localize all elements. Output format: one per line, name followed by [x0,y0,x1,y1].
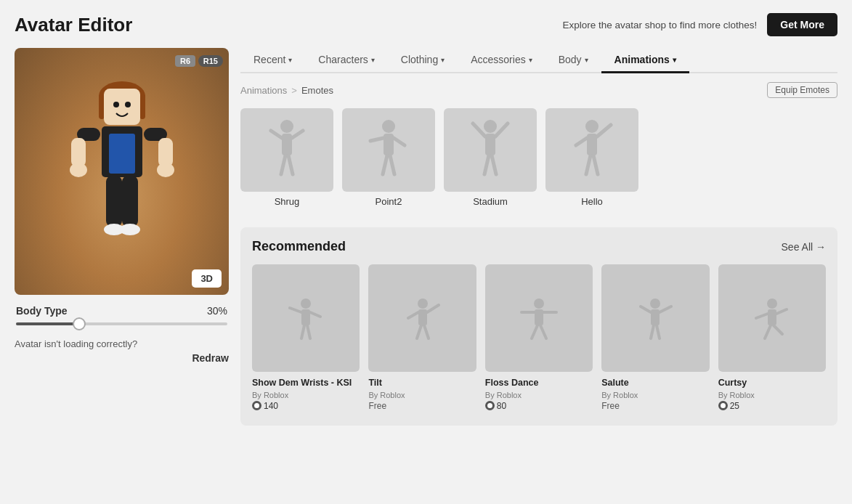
recommended-title: Recommended [252,239,346,254]
robux-icon [252,401,261,410]
emote-name: Shrug [275,196,300,207]
avatar-loading-text: Avatar isn't loading correctly? [15,338,229,349]
tab-accessories[interactable]: Accessories ▾ [458,48,545,73]
emote-item[interactable]: Point2 [342,108,435,207]
emote-thumbnail [545,108,638,192]
svg-line-45 [310,312,320,317]
svg-line-27 [394,138,405,145]
svg-line-46 [301,325,304,338]
svg-rect-25 [384,134,394,155]
badge-r15[interactable]: R15 [198,55,223,67]
rec-thumbnail [601,264,709,372]
rec-thumbnail [368,264,476,372]
rec-item-name: Tilt [368,377,476,389]
avatar-preview: R6 R15 [15,48,229,295]
rec-item[interactable]: Floss Dance By Roblox 80 [485,264,593,411]
svg-point-18 [280,120,293,133]
svg-rect-67 [768,309,776,325]
emote-name: Stadium [473,196,508,207]
svg-line-41 [593,155,598,174]
svg-line-32 [473,123,485,137]
avatar-figure [57,68,187,267]
tab-recent[interactable]: Recent ▾ [240,48,305,73]
tab-characters[interactable]: Characters ▾ [305,48,387,73]
svg-line-35 [492,155,496,174]
rec-thumbnail [718,264,826,372]
right-panel: Recent ▾ Characters ▾ Clothing ▾ Accesso… [240,48,837,426]
header-right: Explore the avatar shop to find more clo… [562,13,837,36]
rec-item-name: Salute [601,377,709,389]
slider-thumb[interactable] [73,317,86,330]
svg-point-48 [418,298,428,309]
svg-rect-14 [106,176,122,227]
svg-point-13 [157,163,174,177]
svg-line-40 [586,155,591,174]
breadcrumb-parent: Animations [240,85,287,96]
emote-item[interactable]: Stadium [444,108,537,207]
chevron-down-icon: ▾ [371,56,375,64]
item-price: 80 [485,401,593,411]
svg-point-60 [650,298,660,309]
rec-item-name: Curtsy [718,377,826,389]
slider-fill [16,322,79,325]
header-promo: Explore the avatar shop to find more clo… [562,20,757,31]
recommended-section: Recommended See All → Show Dem Wrists - … [240,227,837,426]
svg-line-29 [390,155,394,174]
emote-grid: Shrug Point2 Stadium Hello [240,108,837,207]
get-more-button[interactable]: Get More [767,13,837,36]
svg-point-12 [70,163,87,177]
svg-line-26 [370,138,384,141]
svg-line-53 [424,325,429,338]
equip-emotes-button[interactable]: Equip Emotes [767,82,837,98]
body-type-section: Body Type 30% [15,305,229,325]
rec-item-creator: By Roblox [252,391,360,399]
badge-r6[interactable]: R6 [175,55,195,67]
svg-line-52 [417,325,421,338]
item-price: Free [601,401,709,411]
redraw-button[interactable]: Redraw [15,352,229,364]
svg-line-21 [292,131,303,138]
item-price: Free [368,401,476,411]
svg-line-47 [307,325,310,338]
svg-rect-19 [282,134,292,155]
chevron-down-icon: ▾ [529,56,532,64]
item-price: 25 [718,401,826,411]
rec-item[interactable]: Show Dem Wrists - KSI By Roblox 140 [252,264,360,411]
view-3d-button[interactable]: 3D [192,269,222,288]
svg-point-66 [767,298,777,309]
rec-item[interactable]: Curtsy By Roblox 25 [718,264,826,411]
svg-point-30 [484,120,497,133]
svg-point-42 [301,298,311,309]
emote-thumbnail [342,108,435,192]
svg-line-70 [765,325,771,338]
svg-line-64 [651,325,654,338]
svg-line-65 [657,325,660,338]
see-all-link[interactable]: See All → [782,241,826,253]
body-type-slider[interactable] [16,322,227,325]
redraw-section: Avatar isn't loading correctly? Redraw [15,338,229,364]
svg-point-24 [382,120,395,133]
svg-rect-1 [99,94,105,119]
header: Avatar Editor Explore the avatar shop to… [15,13,837,36]
svg-line-34 [484,155,489,174]
rec-item-creator: By Roblox [368,391,476,399]
svg-rect-3 [104,89,140,125]
tab-body[interactable]: Body ▾ [545,48,601,73]
app-title: Avatar Editor [15,14,132,36]
svg-line-20 [271,131,282,138]
tab-animations[interactable]: Animations ▾ [601,48,689,73]
emote-name: Hello [581,196,603,207]
emote-thumbnail [240,108,333,192]
tab-clothing[interactable]: Clothing ▾ [388,48,458,73]
rec-item-name: Show Dem Wrists - KSI [252,377,360,389]
rec-item[interactable]: Tilt By Roblox Free [368,264,476,411]
svg-point-5 [125,102,131,107]
rec-item[interactable]: Salute By Roblox Free [601,264,709,411]
robux-icon [718,401,728,410]
svg-line-50 [408,312,418,318]
emote-item[interactable]: Shrug [240,108,333,207]
emote-item[interactable]: Hello [545,108,638,207]
svg-line-38 [597,125,611,137]
rec-item-name: Floss Dance [485,377,593,389]
robux-icon [485,401,495,410]
